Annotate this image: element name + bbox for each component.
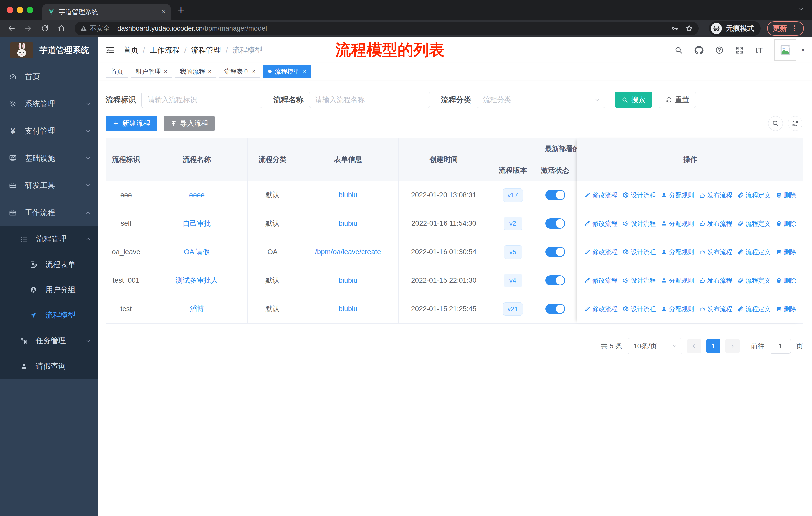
bookmark-star-icon[interactable]	[685, 24, 693, 32]
security-warning[interactable]: 不安全	[80, 24, 110, 33]
sidebar-item-process-form[interactable]: 流程表单	[0, 252, 98, 277]
activation-toggle[interactable]	[546, 190, 565, 200]
prev-page-button[interactable]	[687, 339, 701, 353]
new-tab-button[interactable]: +	[178, 4, 184, 16]
back-icon[interactable]	[4, 24, 19, 32]
modify-process-link[interactable]: 修改流程	[584, 219, 618, 228]
sidebar-item-leave-query[interactable]: 请假查询	[0, 353, 98, 379]
tag-process-form[interactable]: 流程表单×	[219, 65, 260, 78]
close-icon[interactable]: ×	[303, 68, 306, 75]
browser-tab[interactable]: 芋道管理系统 ×	[42, 4, 171, 20]
process-definition-link[interactable]: 流程定义	[737, 191, 771, 199]
process-definition-link[interactable]: 流程定义	[737, 219, 771, 228]
breadcrumb-workflow[interactable]: 工作流程	[149, 45, 180, 55]
address-bar[interactable]: 不安全 dashboard.yudao.iocoder.cn/bpm/manag…	[75, 22, 699, 35]
publish-process-link[interactable]: 发布流程	[699, 305, 732, 313]
minimize-window-button[interactable]	[17, 6, 23, 13]
publish-process-link[interactable]: 发布流程	[699, 191, 732, 199]
current-page-button[interactable]: 1	[706, 339, 720, 353]
assign-rule-link[interactable]: 分配规则	[661, 276, 694, 285]
design-process-link[interactable]: 设计流程	[623, 248, 656, 256]
form-info-link[interactable]: biubiu	[339, 191, 357, 199]
tag-tenant-management[interactable]: 租户管理×	[131, 65, 172, 78]
delete-link[interactable]: 删除	[776, 191, 796, 199]
publish-process-link[interactable]: 发布流程	[699, 248, 732, 256]
delete-link[interactable]: 删除	[776, 219, 796, 228]
delete-link[interactable]: 删除	[776, 305, 796, 313]
next-page-button[interactable]	[725, 339, 740, 353]
sidebar-item-process-model[interactable]: 流程模型	[0, 303, 98, 328]
browser-menu-icon[interactable]: ⋮	[791, 25, 799, 32]
version-badge[interactable]: v4	[504, 274, 522, 287]
assign-rule-link[interactable]: 分配规则	[661, 219, 694, 228]
assign-rule-link[interactable]: 分配规则	[661, 191, 694, 199]
font-size-icon[interactable]: tT	[755, 46, 763, 54]
modify-process-link[interactable]: 修改流程	[584, 191, 618, 199]
process-name-link[interactable]: OA 请假	[184, 248, 210, 256]
modify-process-link[interactable]: 修改流程	[584, 305, 618, 313]
sidebar-item-workflow[interactable]: 工作流程	[0, 199, 98, 226]
form-info-link[interactable]: biubiu	[339, 276, 357, 284]
process-definition-link[interactable]: 流程定义	[737, 248, 771, 256]
process-name-link[interactable]: 滔博	[190, 305, 204, 313]
help-icon[interactable]	[715, 46, 724, 54]
tag-home[interactable]: 首页	[106, 65, 128, 78]
version-badge[interactable]: v17	[503, 188, 523, 202]
design-process-link[interactable]: 设计流程	[623, 305, 656, 313]
fullscreen-icon[interactable]	[735, 46, 744, 54]
design-process-link[interactable]: 设计流程	[623, 276, 656, 285]
home-icon[interactable]	[54, 24, 68, 32]
delete-link[interactable]: 删除	[776, 276, 796, 285]
version-badge[interactable]: v5	[504, 245, 522, 259]
form-info-link[interactable]: biubiu	[339, 305, 357, 313]
breadcrumb-home[interactable]: 首页	[123, 45, 139, 55]
modify-process-link[interactable]: 修改流程	[584, 276, 618, 285]
forward-icon[interactable]	[21, 24, 35, 32]
process-definition-link[interactable]: 流程定义	[737, 305, 771, 313]
process-name-link[interactable]: 自己审批	[183, 219, 211, 227]
close-window-button[interactable]	[6, 6, 13, 13]
tag-process-model[interactable]: 流程模型×	[263, 65, 311, 78]
assign-rule-link[interactable]: 分配规则	[661, 248, 694, 256]
sidebar-item-user-group[interactable]: 用户分组	[0, 277, 98, 303]
process-name-link[interactable]: 测试多审批人	[176, 276, 218, 284]
version-badge[interactable]: v21	[503, 302, 523, 316]
process-name-input[interactable]	[309, 92, 430, 108]
process-key-input[interactable]	[141, 92, 262, 108]
activation-toggle[interactable]	[546, 275, 565, 286]
design-process-link[interactable]: 设计流程	[623, 219, 656, 228]
activation-toggle[interactable]	[546, 304, 565, 314]
password-key-icon[interactable]	[671, 25, 678, 32]
reload-icon[interactable]	[38, 24, 52, 32]
toggle-search-button[interactable]	[768, 116, 783, 131]
tab-close-icon[interactable]: ×	[162, 8, 166, 16]
activation-toggle[interactable]	[546, 218, 565, 228]
update-browser-button[interactable]: 更新 ⋮	[767, 21, 804, 35]
form-info-link[interactable]: /bpm/oa/leave/create	[315, 248, 381, 256]
goto-page-input[interactable]: 1	[770, 338, 791, 354]
header-search-icon[interactable]	[674, 46, 683, 54]
zoom-window-button[interactable]	[27, 6, 33, 13]
user-avatar[interactable]	[775, 39, 796, 61]
breadcrumb-process-management[interactable]: 流程管理	[191, 45, 221, 55]
delete-link[interactable]: 删除	[776, 248, 796, 256]
process-category-select[interactable]: 流程分类	[477, 92, 605, 108]
tab-search-chevron-icon[interactable]	[798, 5, 805, 12]
refresh-table-button[interactable]	[788, 116, 803, 131]
reset-button[interactable]: 重置	[659, 92, 696, 108]
import-process-button[interactable]: 导入流程	[164, 116, 215, 131]
create-process-button[interactable]: 新建流程	[106, 116, 157, 131]
process-name-link[interactable]: eeee	[189, 191, 205, 199]
modify-process-link[interactable]: 修改流程	[584, 248, 618, 256]
search-button[interactable]: 搜索	[615, 92, 652, 108]
close-icon[interactable]: ×	[164, 68, 167, 75]
sidebar-item-infrastructure[interactable]: 基础设施	[0, 145, 98, 172]
github-icon[interactable]	[694, 46, 703, 55]
sidebar-item-home[interactable]: 首页	[0, 63, 98, 90]
publish-process-link[interactable]: 发布流程	[699, 219, 732, 228]
sidebar-fold-icon[interactable]	[106, 46, 115, 55]
form-info-link[interactable]: biubiu	[339, 219, 357, 227]
process-definition-link[interactable]: 流程定义	[737, 276, 771, 285]
activation-toggle[interactable]	[546, 247, 565, 257]
design-process-link[interactable]: 设计流程	[623, 191, 656, 199]
